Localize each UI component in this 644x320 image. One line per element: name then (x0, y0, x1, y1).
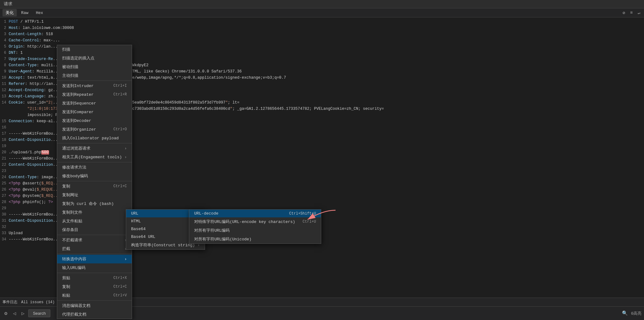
tab-all-issues[interactable]: All issues (14) (21, 300, 55, 304)
ctx-send-organizer[interactable]: 发送到OrganizerCtrl+O (57, 125, 132, 134)
code-line: 1POST / HTTP/1.1 (0, 19, 644, 25)
ctx-convert-selection[interactable]: 转换选中内容› (57, 255, 132, 263)
code-line: 2Host: lan.lololowe.com:30008 (0, 25, 644, 31)
tab-hex[interactable]: Hex (33, 10, 46, 16)
ctx-dont-intercept[interactable]: 不拦截请求› (57, 236, 132, 244)
title-bar: 请求 (0, 0, 644, 8)
tab-event-log[interactable]: 事件日志 (2, 299, 17, 305)
main-content: 1POST / HTTP/1.1 2Host: lan.lololowe.com… (0, 17, 644, 313)
submenu3-url-decode[interactable]: URL-decodeCtrl+Shift+U (189, 210, 321, 217)
forward-icon[interactable]: ▷ (20, 309, 26, 318)
tab-beautify[interactable]: 美化 (2, 9, 17, 16)
eye-off-icon[interactable]: ⊘ (621, 10, 626, 16)
ctx-collaborator[interactable]: 插入Collaborator payload (57, 134, 132, 142)
ctx-sep6 (57, 254, 132, 254)
ctx-copy-to-file[interactable]: 复制到文件 (57, 208, 132, 217)
highlight-count: 0高亮 (631, 311, 642, 316)
ctx-copy-curl[interactable]: 复制为 curl 命令 (bash) (57, 199, 132, 208)
ctx-send-intruder[interactable]: 发送到IntruderCtrl+I (57, 81, 132, 90)
ctx-paste-from-file[interactable]: 从文件粘贴 (57, 217, 132, 225)
ctx-proxy-intercept-doc[interactable]: 代理拦截文档 (57, 310, 132, 319)
ctx-passive-scan[interactable]: 被动扫描 (57, 63, 132, 71)
tab-raw[interactable]: Raw (18, 10, 31, 16)
ctx-sep5 (57, 235, 132, 235)
ctx-sep1 (57, 81, 132, 81)
ctx-copy[interactable]: 复制Ctrl+C (57, 182, 132, 191)
submenu3-url-encode-key[interactable]: 对特殊字符URL编码(URL-encode key characters)Ctr… (189, 217, 321, 226)
code-line: 3Content-Length: 518 (0, 31, 644, 37)
ctx-change-method[interactable]: 修改请求方法 (57, 163, 132, 172)
ctx-input-url-encode[interactable]: 输入URL编码 (57, 263, 132, 272)
ctx-paste[interactable]: 粘贴Ctrl+V (57, 291, 132, 300)
ctx-copy2[interactable]: 复制Ctrl+C (57, 282, 132, 291)
page-title: 请求 (4, 2, 12, 7)
ctx-copy-url[interactable]: 复制网址 (57, 191, 132, 199)
ctx-send-decoder[interactable]: 发送到Decoder (57, 116, 132, 125)
ctx-cut[interactable]: 剪贴Ctrl+X (57, 274, 132, 282)
toolbar: 美化 Raw Hex ⊘ ≡ ↵ (0, 8, 644, 17)
search-icon-right[interactable]: 🔍 (622, 310, 628, 316)
ctx-browser-request[interactable]: 通过浏览器请求› (57, 144, 132, 153)
ctx-intercept[interactable]: 拦截› (57, 244, 132, 253)
back-icon[interactable]: ◁ (11, 309, 18, 318)
ctx-sep8 (57, 300, 132, 301)
ctx-send-sequencer[interactable]: 发送到Sequencer (57, 99, 132, 108)
ctx-send-comparer[interactable]: 发送到Comparer (57, 108, 132, 116)
ctx-msg-editor-doc[interactable]: 消息编辑器文档 (57, 301, 132, 310)
submenu-url-options: URL-decodeCtrl+Shift+U 对特殊字符URL编码(URL-en… (189, 209, 321, 244)
ctx-scan-insertion[interactable]: 扫描选定的插入点 (57, 54, 132, 63)
submenu3-url-encode-unicode[interactable]: 对所有字符URL编码(Unicode) (189, 235, 321, 243)
ctx-scan[interactable]: 扫描 (57, 45, 132, 54)
code-line: 4Cache-Control: max-... (0, 37, 644, 44)
ctx-send-repeater[interactable]: 发送到RepeaterCtrl+R (57, 90, 132, 99)
ctx-active-scan[interactable]: 主动扫描 (57, 71, 132, 80)
toolbar-icons: ⊘ ≡ ↵ (621, 10, 642, 16)
ctx-change-body[interactable]: 修改body编码 (57, 172, 132, 180)
list-icon[interactable]: ≡ (629, 10, 634, 16)
context-menu: 扫描 扫描选定的插入点 被动扫描 主动扫描 发送到IntruderCtrl+I … (57, 45, 132, 319)
settings-icon[interactable]: ⚙ (2, 309, 9, 318)
newline-icon[interactable]: ↵ (637, 10, 642, 16)
ctx-sep7 (57, 273, 132, 273)
ctx-save-item[interactable]: 保存条目 (57, 225, 132, 234)
ctx-sep3 (57, 162, 132, 162)
ctx-sep4 (57, 181, 132, 181)
ctx-sep2 (57, 143, 132, 143)
submenu3-url-encode-all[interactable]: 对所有字符URL编码 (189, 226, 321, 235)
search-button[interactable]: Search (28, 309, 50, 317)
ctx-engagement-tools[interactable]: 相关工具(Engagement tools)› (57, 153, 132, 161)
